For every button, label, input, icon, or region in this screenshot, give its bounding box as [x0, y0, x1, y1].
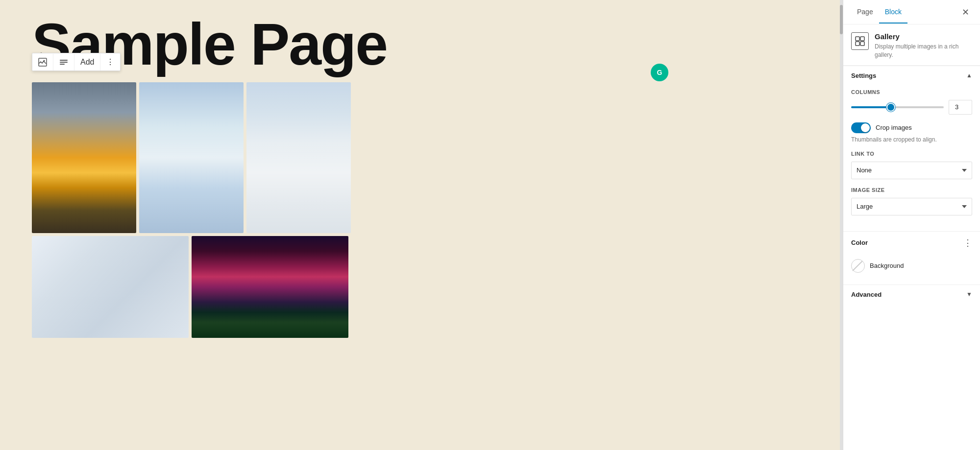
gallery-image-4[interactable]: [32, 236, 189, 338]
gallery-grid: [32, 82, 355, 341]
link-to-control: LINK TO None Media File Attachment Page: [851, 151, 972, 179]
columns-control: [851, 100, 972, 115]
right-panel: Page Block ✕ Gallery Display multiple im…: [843, 0, 980, 450]
panel-header: Page Block ✕: [843, 0, 980, 24]
crop-images-hint: Thumbnails are cropped to align.: [851, 136, 972, 143]
toolbar-image-button[interactable]: [32, 54, 53, 71]
gallery-image-1[interactable]: [32, 82, 136, 233]
link-to-label: LINK TO: [851, 151, 972, 157]
color-section-content: Background: [843, 254, 980, 284]
svg-rect-4: [60, 64, 65, 65]
advanced-section: Advanced ▼: [843, 284, 980, 304]
image-size-control: IMAGE SIZE Thumbnail Medium Large Full S…: [851, 187, 972, 215]
gallery-image-3[interactable]: [246, 82, 351, 233]
scroll-thumb[interactable]: [840, 5, 843, 34]
settings-title: Settings: [851, 72, 966, 79]
color-title: Color: [851, 239, 963, 246]
crop-images-label: Crop images: [876, 124, 912, 131]
columns-input[interactable]: [949, 100, 972, 115]
tab-block[interactable]: Block: [879, 1, 907, 24]
settings-content: COLUMNS Crop images Thumbnails are cropp…: [843, 85, 980, 231]
toggle-knob: [861, 123, 870, 132]
block-name: Gallery: [875, 32, 972, 41]
color-section-header[interactable]: Color ⋮: [843, 231, 980, 254]
panel-close-button[interactable]: ✕: [958, 5, 972, 19]
gallery-row-2: [32, 236, 355, 338]
svg-point-1: [44, 60, 45, 61]
crop-images-toggle-row: Crop images: [851, 122, 972, 133]
block-description: Display multiple images in a rich galler…: [875, 43, 972, 59]
image-size-select[interactable]: Thumbnail Medium Large Full Size: [851, 198, 972, 215]
gallery-image-2[interactable]: [139, 82, 244, 233]
gallery-image-5[interactable]: [192, 236, 348, 338]
svg-rect-7: [856, 42, 859, 46]
toolbar-align-button[interactable]: [53, 54, 74, 71]
tab-page[interactable]: Page: [851, 1, 879, 24]
scroll-indicator[interactable]: [840, 0, 843, 450]
toolbar-more-button[interactable]: ⋮: [100, 53, 120, 71]
advanced-title: Advanced: [851, 291, 966, 298]
background-color-row: Background: [851, 259, 972, 273]
settings-chevron-icon: ▲: [966, 72, 972, 79]
canvas-area: Sample Page Add ⋮: [0, 0, 840, 450]
svg-rect-2: [60, 60, 68, 61]
block-toolbar: Add ⋮: [32, 53, 121, 71]
settings-section-header[interactable]: Settings ▲: [843, 66, 980, 85]
columns-slider-thumb: [887, 104, 894, 111]
gallery-row-1: [32, 82, 355, 233]
toolbar-add-button[interactable]: Add: [74, 54, 100, 71]
background-color-swatch[interactable]: [851, 259, 865, 273]
advanced-chevron-icon: ▼: [966, 291, 972, 298]
image-size-label: IMAGE SIZE: [851, 187, 972, 193]
columns-slider[interactable]: [851, 106, 944, 108]
crop-images-toggle[interactable]: [851, 122, 871, 133]
svg-rect-3: [60, 62, 68, 63]
avatar[interactable]: G: [651, 64, 668, 81]
columns-label: COLUMNS: [851, 89, 972, 95]
advanced-section-header[interactable]: Advanced ▼: [843, 285, 980, 304]
link-to-select[interactable]: None Media File Attachment Page: [851, 162, 972, 179]
gallery-block-icon: [851, 32, 869, 50]
color-more-button[interactable]: ⋮: [963, 237, 972, 248]
background-color-label: Background: [870, 262, 904, 269]
block-info: Gallery Display multiple images in a ric…: [843, 24, 980, 66]
svg-rect-6: [860, 37, 864, 41]
svg-rect-8: [860, 42, 864, 46]
block-info-text: Gallery Display multiple images in a ric…: [875, 32, 972, 59]
svg-rect-5: [856, 37, 859, 41]
